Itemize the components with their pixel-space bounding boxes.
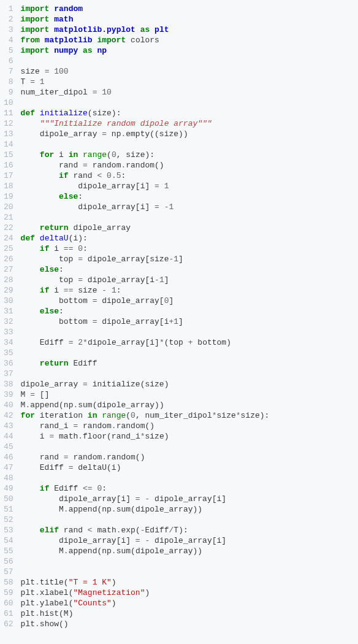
line-number: 50 <box>4 494 13 504</box>
code-line <box>21 348 353 358</box>
code-line <box>21 56 353 66</box>
line-number: 13 <box>4 129 13 139</box>
line-number: 8 <box>4 77 13 87</box>
line-number: 62 <box>4 619 13 629</box>
code-line: import math <box>21 14 353 25</box>
line-number: 12 <box>4 118 13 129</box>
code-line: if i == 0: <box>21 243 353 254</box>
code-line: else: <box>21 306 353 316</box>
line-number: 52 <box>4 515 13 525</box>
code-line: plt.show() <box>21 619 353 629</box>
line-number: 10 <box>4 98 13 108</box>
line-number: 25 <box>4 243 13 254</box>
code-line <box>21 98 353 108</box>
code-line: M.append(np.sum(dipole_array)) <box>21 546 353 556</box>
code-line: dipole_array = np.empty((size)) <box>21 129 353 139</box>
code-line <box>21 442 353 452</box>
code-line <box>21 139 353 150</box>
code-line: Ediff = 2*dipole_array[i]*(top + bottom) <box>21 337 353 348</box>
line-number: 26 <box>4 254 13 264</box>
line-number: 54 <box>4 535 13 546</box>
code-line: elif rand < math.exp(-Ediff/T): <box>21 525 353 535</box>
code-line: import matplotlib.pyplot as plt <box>21 25 353 35</box>
line-number: 32 <box>4 316 13 327</box>
line-number: 29 <box>4 285 13 296</box>
code-line: plt.title("T = 1 K") <box>21 577 353 588</box>
code-line: dipole_array[i] = 1 <box>21 181 353 191</box>
line-number: 4 <box>4 35 13 45</box>
line-number: 17 <box>4 171 13 181</box>
line-number: 18 <box>4 181 13 191</box>
code-line <box>21 369 353 379</box>
code-line: import random <box>21 4 353 14</box>
line-number: 42 <box>4 410 13 421</box>
code-line: rand_i = random.random() <box>21 421 353 431</box>
code-line <box>21 567 353 577</box>
code-line: dipole_array[i] = - dipole_array[i] <box>21 535 353 546</box>
code-line: if rand < 0.5: <box>21 171 353 181</box>
line-number: 46 <box>4 452 13 462</box>
line-number: 58 <box>4 577 13 588</box>
code-line: dipole_array[i] = -1 <box>21 202 353 212</box>
line-number: 1 <box>4 4 13 14</box>
line-number: 36 <box>4 358 13 369</box>
code-line <box>21 212 353 223</box>
code-line: M = [] <box>21 389 353 400</box>
code-line: def initialize(size): <box>21 108 353 118</box>
line-number: 33 <box>4 327 13 337</box>
code-line: bottom = dipole_array[i+1] <box>21 316 353 327</box>
code-line: for i in range(0, size): <box>21 150 353 160</box>
line-number: 14 <box>4 139 13 150</box>
code-line: M.append(np.sum(dipole_array)) <box>21 504 353 515</box>
line-number: 51 <box>4 504 13 515</box>
line-number: 45 <box>4 442 13 452</box>
line-number: 11 <box>4 108 13 118</box>
line-number: 19 <box>4 191 13 202</box>
line-number: 49 <box>4 483 13 494</box>
line-number: 59 <box>4 588 13 598</box>
code-line: T = 1 <box>21 77 353 87</box>
code-line: num_iter_dipol = 10 <box>21 87 353 98</box>
line-number: 31 <box>4 306 13 316</box>
code-line: else: <box>21 264 353 275</box>
code-line: dipole_array[i] = - dipole_array[i] <box>21 494 353 504</box>
code-line: return dipole_array <box>21 223 353 233</box>
line-number: 47 <box>4 462 13 473</box>
code-line: if i == size - 1: <box>21 285 353 296</box>
code-line: import numpy as np <box>21 45 353 56</box>
line-number: 39 <box>4 389 13 400</box>
line-number: 48 <box>4 473 13 483</box>
line-number: 40 <box>4 400 13 410</box>
code-line: if Ediff <= 0: <box>21 483 353 494</box>
line-number: 61 <box>4 608 13 619</box>
code-line: def deltaU(i): <box>21 233 353 243</box>
code-line: top = dipole_array[i-1] <box>21 275 353 285</box>
line-number: 34 <box>4 337 13 348</box>
line-number: 5 <box>4 45 13 56</box>
code-line: M.append(np.sum(dipole_array)) <box>21 400 353 410</box>
code-line: rand = random.random() <box>21 452 353 462</box>
code-content: import randomimport mathimport matplotli… <box>18 0 358 633</box>
code-line: plt.ylabel("Counts") <box>21 598 353 608</box>
line-number: 44 <box>4 431 13 442</box>
line-number: 9 <box>4 87 13 98</box>
code-line: for iteration in range(0, num_iter_dipol… <box>21 410 353 421</box>
code-line: Ediff = deltaU(i) <box>21 462 353 473</box>
code-line: i = math.floor(rand_i*size) <box>21 431 353 442</box>
line-number: 16 <box>4 160 13 171</box>
line-number: 22 <box>4 223 13 233</box>
line-number: 15 <box>4 150 13 160</box>
code-line: dipole_array = initialize(size) <box>21 379 353 389</box>
code-line: plt.hist(M) <box>21 608 353 619</box>
line-number: 28 <box>4 275 13 285</box>
line-number: 57 <box>4 567 13 577</box>
code-line: size = 100 <box>21 66 353 77</box>
line-number: 55 <box>4 546 13 556</box>
code-line <box>21 473 353 483</box>
code-line: return Ediff <box>21 358 353 369</box>
line-number: 30 <box>4 296 13 306</box>
code-line: rand = random.random() <box>21 160 353 171</box>
code-line <box>21 515 353 525</box>
code-line: from matplotlib import colors <box>21 35 353 45</box>
code-line: bottom = dipole_array[0] <box>21 296 353 306</box>
